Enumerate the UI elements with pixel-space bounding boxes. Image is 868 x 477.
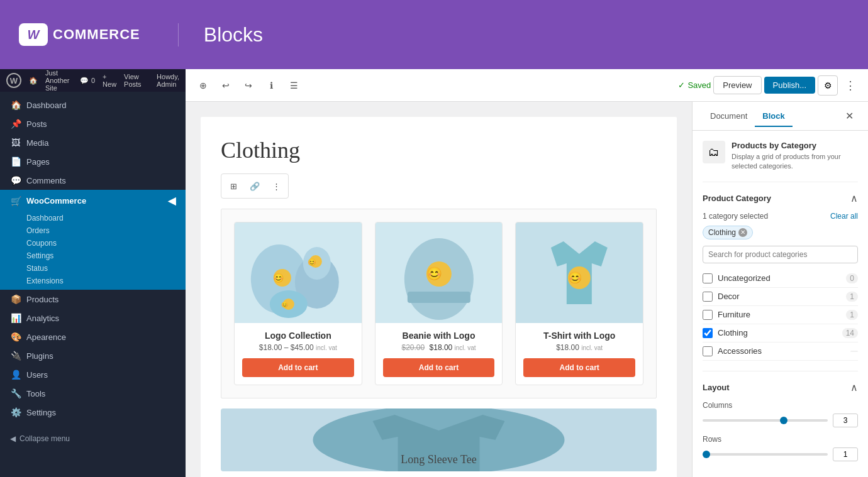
sidebar-item-posts[interactable]: 📌 Posts [0, 114, 186, 133]
sidebar-sub-woo-extensions[interactable]: Extensions [0, 275, 186, 287]
sidebar-item-analytics[interactable]: 📊 Analytics [0, 309, 186, 327]
sidebar-item-media[interactable]: 🖼 Media [0, 133, 186, 152]
editor-toolbar: ⊕ ↩ ↪ ℹ ☰ ✓ Saved Preview Publish... ⚙ ⋮ [186, 69, 868, 102]
sidebar-sub-woo-dashboard[interactable]: Dashboard [0, 212, 186, 224]
appearance-icon: 🎨 [10, 332, 21, 342]
settings-icon: ⚙️ [10, 407, 21, 417]
svg-rect-11 [407, 292, 470, 303]
sidebar-item-appearance[interactable]: 🎨 Apearence [0, 327, 186, 346]
columns-thumb[interactable] [780, 417, 787, 424]
admin-bar-new[interactable]: + New [103, 73, 116, 88]
wp-icon: W [6, 73, 21, 88]
media-icon: 🖼 [10, 138, 21, 148]
checkbox-accessories-input[interactable] [703, 346, 713, 356]
more-options-button[interactable]: ⋮ [840, 75, 860, 96]
rows-thumb[interactable] [703, 451, 710, 458]
layout-section-header: Layout ∧ [703, 381, 858, 393]
redo-button[interactable]: ↪ [238, 75, 259, 96]
preview-button[interactable]: Preview [713, 76, 761, 94]
checkbox-decor-input[interactable] [703, 292, 713, 302]
sidebar-sub-woo-settings[interactable]: Settings [0, 249, 186, 262]
block-inserter-button[interactable]: ⊕ [193, 75, 213, 96]
grid-view-button[interactable]: ⊞ [224, 177, 243, 195]
product-price-2: $20.00 $18.00 incl. vat [383, 343, 495, 352]
admin-bar: W 🏠 Just Another Site 💬 0 + New View Pos… [0, 69, 186, 92]
sidebar-item-tools[interactable]: 🔧 Tools [0, 384, 186, 403]
product-category-toggle[interactable]: ∧ [850, 192, 858, 204]
admin-bar-home[interactable]: 🏠 [29, 77, 38, 85]
checkbox-uncategorized-input[interactable] [703, 273, 713, 283]
sidebar-item-plugins[interactable]: 🔌 Plugins [0, 346, 186, 365]
checkbox-uncategorized: Uncategorized 0 [703, 270, 858, 288]
link-button[interactable]: 🔗 [245, 177, 264, 195]
block-desc-title: Products by Category [732, 141, 858, 150]
info-button[interactable]: ℹ [261, 75, 281, 96]
sidebar-sub-woo-orders[interactable]: Orders [0, 224, 186, 237]
sidebar-nav: 🏠 Dashboard 📌 Posts 🖼 Media 📄 Pages 💬 Co… [0, 92, 186, 453]
block-desc-text: Display a grid of products from your sel… [732, 152, 858, 172]
checkbox-decor: Decor 1 [703, 288, 858, 306]
products-icon: 📦 [10, 294, 21, 304]
sidebar-sub-woo-status[interactable]: Status [0, 262, 186, 275]
woocommerce-icon: 🛒 [10, 196, 21, 206]
rows-value-input[interactable] [833, 447, 858, 461]
sidebar-item-dashboard[interactable]: 🏠 Dashboard [0, 96, 186, 114]
admin-bar-view-posts[interactable]: View Posts [124, 73, 142, 88]
posts-icon: 📌 [10, 119, 21, 129]
checkbox-furniture: Furniture 1 [703, 306, 858, 324]
settings-toggle-button[interactable]: ⚙ [818, 75, 838, 96]
admin-bar-wp-icon[interactable]: W [6, 73, 21, 88]
tools-icon: 🔧 [10, 388, 21, 398]
rows-label: Rows [703, 435, 858, 444]
block-more-button[interactable]: ⋮ [267, 177, 286, 195]
checkbox-furniture-input[interactable] [703, 310, 713, 320]
remove-tag-button[interactable]: ✕ [738, 228, 747, 237]
rows-row: Rows [703, 435, 858, 461]
admin-bar-site-name[interactable]: Just Another Site [45, 69, 72, 92]
tab-block[interactable]: Block [755, 106, 792, 127]
list-view-button[interactable]: ☰ [284, 75, 304, 96]
sidebar-item-comments[interactable]: 💬 Comments [0, 171, 186, 190]
svg-text:😊: 😊 [426, 266, 442, 281]
columns-value-input[interactable] [833, 414, 858, 427]
panel-close-button[interactable]: ✕ [840, 107, 858, 125]
add-to-cart-button-2[interactable]: Add to cart [383, 358, 495, 377]
category-search-input[interactable] [703, 246, 858, 263]
product-info-2: Beanie with Logo $20.00 $18.00 incl. vat… [376, 323, 503, 385]
top-header: W COMMERCE Blocks [0, 0, 868, 69]
undo-button[interactable]: ↩ [216, 75, 236, 96]
sidebar-item-pages[interactable]: 📄 Pages [0, 152, 186, 171]
tab-document[interactable]: Document [703, 106, 755, 127]
editor-content: Clothing ⊞ 🔗 ⋮ [186, 102, 868, 477]
comments-icon: 💬 [10, 175, 21, 185]
columns-label: Columns [703, 401, 858, 410]
columns-slider[interactable] [703, 419, 828, 422]
category-list: Uncategorized 0 Decor 1 Furniture 1 [703, 270, 858, 361]
woo-logo: W COMMERCE [19, 23, 140, 46]
sidebar-item-settings[interactable]: ⚙️ Settings [0, 403, 186, 422]
publish-button[interactable]: Publish... [764, 77, 815, 94]
panel-header: Document Block ✕ [693, 102, 868, 131]
collapse-menu[interactable]: ◀ Collapse menu [0, 428, 186, 449]
clear-all-link[interactable]: Clear all [830, 212, 858, 221]
rows-control [703, 447, 858, 461]
svg-text:😊: 😊 [568, 271, 582, 285]
users-icon: 👤 [10, 370, 21, 380]
layout-toggle[interactable]: ∧ [850, 381, 858, 393]
products-grid: 😊 😊 😊 [221, 209, 657, 398]
category-count: 1 category selected [703, 212, 768, 221]
sidebar-item-products[interactable]: 📦 Products [0, 290, 186, 309]
sidebar-sub-woo-coupons[interactable]: Coupons [0, 237, 186, 249]
add-to-cart-button-3[interactable]: Add to cart [523, 358, 635, 377]
sidebar-item-woocommerce[interactable]: 🛒 WooCommerce ◀ [0, 190, 186, 212]
svg-text:😊: 😊 [273, 273, 284, 283]
add-to-cart-button-1[interactable]: Add to cart [242, 358, 354, 377]
sidebar-item-users[interactable]: 👤 Users [0, 365, 186, 384]
rows-slider[interactable] [703, 453, 828, 456]
product-price-3: $18.00 incl. vat [523, 343, 635, 352]
admin-bar-comments[interactable]: 💬 0 [80, 77, 95, 85]
block-description: Products by Category Display a grid of p… [732, 141, 858, 172]
admin-bar-howdy: Howdy, Admin [157, 73, 179, 88]
checkbox-clothing: Clothing 14 [703, 324, 858, 343]
checkbox-clothing-input[interactable] [703, 328, 713, 338]
